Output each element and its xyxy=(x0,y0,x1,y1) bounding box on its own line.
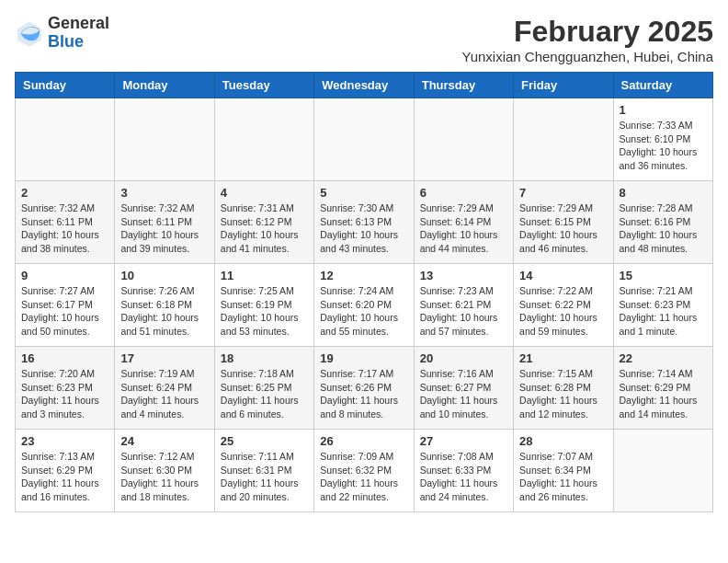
weekday-header-thursday: Thursday xyxy=(414,73,513,98)
logo-text: General Blue xyxy=(48,15,109,52)
month-title: February 2025 xyxy=(461,15,713,49)
calendar-week-row: 16Sunrise: 7:20 AM Sunset: 6:23 PM Dayli… xyxy=(16,347,713,430)
day-number: 11 xyxy=(221,269,308,282)
calendar-week-row: 1Sunrise: 7:33 AM Sunset: 6:10 PM Daylig… xyxy=(16,98,713,181)
day-info: Sunrise: 7:24 AM Sunset: 6:20 PM Dayligh… xyxy=(320,284,407,339)
calendar-cell: 11Sunrise: 7:25 AM Sunset: 6:19 PM Dayli… xyxy=(214,264,313,347)
calendar-cell xyxy=(16,98,115,181)
day-number: 14 xyxy=(519,269,607,282)
weekday-header-wednesday: Wednesday xyxy=(314,73,414,98)
day-number: 12 xyxy=(320,269,407,282)
calendar-cell: 23Sunrise: 7:13 AM Sunset: 6:29 PM Dayli… xyxy=(16,430,115,512)
day-info: Sunrise: 7:30 AM Sunset: 6:13 PM Dayligh… xyxy=(320,201,407,256)
day-number: 4 xyxy=(221,186,308,200)
logo-icon xyxy=(15,18,44,48)
day-number: 7 xyxy=(519,186,607,200)
calendar-cell: 9Sunrise: 7:27 AM Sunset: 6:17 PM Daylig… xyxy=(16,264,115,347)
calendar-cell: 16Sunrise: 7:20 AM Sunset: 6:23 PM Dayli… xyxy=(16,347,115,430)
calendar-week-row: 23Sunrise: 7:13 AM Sunset: 6:29 PM Dayli… xyxy=(16,430,713,512)
weekday-header-tuesday: Tuesday xyxy=(214,73,313,98)
day-number: 15 xyxy=(620,269,707,282)
day-number: 22 xyxy=(620,351,707,365)
weekday-header-monday: Monday xyxy=(115,73,214,98)
calendar-cell: 12Sunrise: 7:24 AM Sunset: 6:20 PM Dayli… xyxy=(314,264,414,347)
calendar-cell: 4Sunrise: 7:31 AM Sunset: 6:12 PM Daylig… xyxy=(214,181,313,264)
day-info: Sunrise: 7:27 AM Sunset: 6:17 PM Dayligh… xyxy=(21,284,108,339)
day-info: Sunrise: 7:17 AM Sunset: 6:26 PM Dayligh… xyxy=(320,367,407,421)
day-info: Sunrise: 7:25 AM Sunset: 6:19 PM Dayligh… xyxy=(221,284,308,339)
calendar-cell: 3Sunrise: 7:32 AM Sunset: 6:11 PM Daylig… xyxy=(115,181,214,264)
weekday-header-row: SundayMondayTuesdayWednesdayThursdayFrid… xyxy=(16,73,713,98)
calendar-cell: 2Sunrise: 7:32 AM Sunset: 6:11 PM Daylig… xyxy=(16,181,115,264)
day-info: Sunrise: 7:11 AM Sunset: 6:31 PM Dayligh… xyxy=(221,450,308,504)
day-number: 25 xyxy=(221,434,308,448)
day-number: 10 xyxy=(120,269,208,282)
day-info: Sunrise: 7:32 AM Sunset: 6:11 PM Dayligh… xyxy=(21,201,108,256)
day-info: Sunrise: 7:21 AM Sunset: 6:23 PM Dayligh… xyxy=(620,284,707,339)
calendar-cell xyxy=(115,98,214,181)
title-block: February 2025 Yunxixian Chengguanzhen, H… xyxy=(461,15,713,64)
day-number: 6 xyxy=(420,186,507,200)
calendar-cell xyxy=(214,98,313,181)
calendar-cell: 22Sunrise: 7:14 AM Sunset: 6:29 PM Dayli… xyxy=(613,347,712,430)
calendar-cell: 17Sunrise: 7:19 AM Sunset: 6:24 PM Dayli… xyxy=(115,347,214,430)
weekday-header-saturday: Saturday xyxy=(613,73,712,98)
day-number: 28 xyxy=(519,434,607,448)
day-info: Sunrise: 7:19 AM Sunset: 6:24 PM Dayligh… xyxy=(120,367,208,421)
day-number: 23 xyxy=(21,434,108,448)
day-info: Sunrise: 7:18 AM Sunset: 6:25 PM Dayligh… xyxy=(221,367,308,421)
calendar-cell: 15Sunrise: 7:21 AM Sunset: 6:23 PM Dayli… xyxy=(613,264,712,347)
day-number: 1 xyxy=(620,103,707,117)
day-info: Sunrise: 7:12 AM Sunset: 6:30 PM Dayligh… xyxy=(120,450,208,504)
calendar-cell: 21Sunrise: 7:15 AM Sunset: 6:28 PM Dayli… xyxy=(514,347,613,430)
logo: General Blue xyxy=(15,15,109,52)
calendar-cell xyxy=(314,98,414,181)
day-info: Sunrise: 7:14 AM Sunset: 6:29 PM Dayligh… xyxy=(620,367,707,421)
day-number: 17 xyxy=(120,351,208,365)
day-number: 21 xyxy=(519,351,607,365)
day-info: Sunrise: 7:23 AM Sunset: 6:21 PM Dayligh… xyxy=(420,284,507,339)
calendar-table: SundayMondayTuesdayWednesdayThursdayFrid… xyxy=(15,72,713,512)
weekday-header-friday: Friday xyxy=(514,73,613,98)
day-info: Sunrise: 7:09 AM Sunset: 6:32 PM Dayligh… xyxy=(320,450,407,504)
day-info: Sunrise: 7:31 AM Sunset: 6:12 PM Dayligh… xyxy=(221,201,308,256)
day-info: Sunrise: 7:22 AM Sunset: 6:22 PM Dayligh… xyxy=(519,284,607,339)
day-info: Sunrise: 7:13 AM Sunset: 6:29 PM Dayligh… xyxy=(21,450,108,504)
day-number: 18 xyxy=(221,351,308,365)
calendar-cell: 13Sunrise: 7:23 AM Sunset: 6:21 PM Dayli… xyxy=(414,264,513,347)
day-info: Sunrise: 7:15 AM Sunset: 6:28 PM Dayligh… xyxy=(519,367,607,421)
weekday-header-sunday: Sunday xyxy=(16,73,115,98)
day-info: Sunrise: 7:08 AM Sunset: 6:33 PM Dayligh… xyxy=(420,450,507,504)
day-info: Sunrise: 7:32 AM Sunset: 6:11 PM Dayligh… xyxy=(120,201,208,256)
calendar-cell xyxy=(613,430,712,512)
calendar-cell: 27Sunrise: 7:08 AM Sunset: 6:33 PM Dayli… xyxy=(414,430,513,512)
calendar-cell: 10Sunrise: 7:26 AM Sunset: 6:18 PM Dayli… xyxy=(115,264,214,347)
day-info: Sunrise: 7:33 AM Sunset: 6:10 PM Dayligh… xyxy=(620,119,707,173)
location-subtitle: Yunxixian Chengguanzhen, Hubei, China xyxy=(461,49,713,64)
calendar-week-row: 9Sunrise: 7:27 AM Sunset: 6:17 PM Daylig… xyxy=(16,264,713,347)
day-number: 9 xyxy=(21,269,108,282)
calendar-cell: 28Sunrise: 7:07 AM Sunset: 6:34 PM Dayli… xyxy=(514,430,613,512)
calendar-cell: 19Sunrise: 7:17 AM Sunset: 6:26 PM Dayli… xyxy=(314,347,414,430)
page-header: General Blue February 2025 Yunxixian Che… xyxy=(15,15,713,64)
calendar-cell: 26Sunrise: 7:09 AM Sunset: 6:32 PM Dayli… xyxy=(314,430,414,512)
day-number: 24 xyxy=(120,434,208,448)
calendar-cell: 8Sunrise: 7:28 AM Sunset: 6:16 PM Daylig… xyxy=(613,181,712,264)
day-info: Sunrise: 7:26 AM Sunset: 6:18 PM Dayligh… xyxy=(120,284,208,339)
day-info: Sunrise: 7:29 AM Sunset: 6:15 PM Dayligh… xyxy=(519,201,607,256)
calendar-cell xyxy=(414,98,513,181)
calendar-cell: 1Sunrise: 7:33 AM Sunset: 6:10 PM Daylig… xyxy=(613,98,712,181)
calendar-cell: 6Sunrise: 7:29 AM Sunset: 6:14 PM Daylig… xyxy=(414,181,513,264)
day-number: 3 xyxy=(120,186,208,200)
day-number: 5 xyxy=(320,186,407,200)
day-number: 26 xyxy=(320,434,407,448)
day-number: 13 xyxy=(420,269,507,282)
calendar-cell: 20Sunrise: 7:16 AM Sunset: 6:27 PM Dayli… xyxy=(414,347,513,430)
day-info: Sunrise: 7:28 AM Sunset: 6:16 PM Dayligh… xyxy=(620,201,707,256)
calendar-cell: 25Sunrise: 7:11 AM Sunset: 6:31 PM Dayli… xyxy=(214,430,313,512)
day-info: Sunrise: 7:20 AM Sunset: 6:23 PM Dayligh… xyxy=(21,367,108,421)
calendar-cell: 24Sunrise: 7:12 AM Sunset: 6:30 PM Dayli… xyxy=(115,430,214,512)
calendar-cell xyxy=(514,98,613,181)
day-info: Sunrise: 7:16 AM Sunset: 6:27 PM Dayligh… xyxy=(420,367,507,421)
calendar-cell: 5Sunrise: 7:30 AM Sunset: 6:13 PM Daylig… xyxy=(314,181,414,264)
